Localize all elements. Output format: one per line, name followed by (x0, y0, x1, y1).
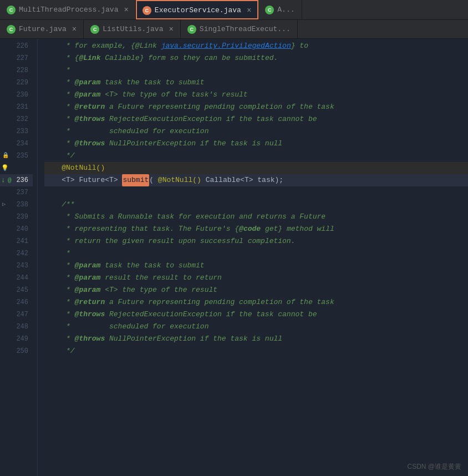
token-c-link: java.security.PrivilegedAction (161, 40, 291, 52)
tab-label-multithreadprocess: MultiThreadProcess.java (19, 6, 118, 14)
bulb-icon: 💡 (1, 162, 9, 174)
token-c-plain: <T> Future<T> (44, 174, 122, 186)
gutter-line-annot: 💡 (0, 162, 33, 174)
tab-a[interactable]: C A... (258, 0, 302, 19)
token-c-italic: <T> the type of the result (100, 284, 217, 296)
token-c-comment: * (44, 89, 75, 101)
tab-label-a: A... (277, 6, 294, 14)
code-line-240: * representing that task. The Future's {… (44, 223, 468, 235)
gutter-line-232: 232 (0, 113, 33, 125)
tab-future[interactable]: C Future.java × (0, 20, 84, 38)
code-line-243: * @param task the task to submit (44, 260, 468, 272)
gutter-line-233: 233 (0, 125, 33, 138)
token-c-comment: * for example, (44, 40, 131, 52)
token-c-italic: a Future representing pending completion… (105, 101, 334, 113)
gutter-line-236: ↓@236 (0, 174, 33, 186)
token-c-italic: task the task to submit (100, 260, 204, 272)
gutter-line-230: 230 (0, 89, 33, 101)
tab-icon-listutils: C (90, 25, 99, 34)
tab-singlethreadexecutor[interactable]: C SingleThreadExecut... (181, 20, 298, 38)
token-c-comment: * (44, 296, 75, 308)
token-c-italic: method will (282, 223, 334, 235)
token-c-italic: RejectedExecutionException if the task c… (105, 308, 317, 321)
token-c-bold-italic: @code (239, 223, 261, 235)
token-c-italic: get (261, 223, 278, 235)
token-c-comment: * (44, 247, 70, 260)
gutter-line-245: 245 (0, 284, 33, 296)
token-c-comment: * representing that task. The Future's (44, 223, 235, 235)
code-line-228: * (44, 64, 468, 77)
code-line-241: * return the given result upon successfu… (44, 235, 468, 247)
token-c-javadoc-inline-tag: { (235, 223, 239, 235)
token-c-bold-italic: @Link (79, 52, 100, 64)
token-c-italic: * return the given result upon successfu… (44, 235, 295, 247)
token-c-italic: * scheduled for execution (44, 125, 208, 138)
gutter-line-248: 248 (0, 321, 33, 333)
code-line-239: * Submits a Runnable task for execution … (44, 211, 468, 223)
arrow-down-icon: ↓ (1, 174, 6, 186)
code-line-244: * @param result the result to return (44, 272, 468, 284)
code-line-245: * @param <T> the type of the result (44, 284, 468, 296)
token-c-javadoc-tag: @return (75, 101, 105, 113)
line-gutter: 226227228229230231232233234🔒235💡↓@236237… (0, 39, 38, 476)
code-line-248: * scheduled for execution (44, 321, 468, 333)
token-c-comment (157, 40, 161, 52)
gutter-line-241: 241 (0, 235, 33, 247)
token-c-comment: * (44, 52, 75, 64)
token-c-javadoc-inline-tag: } (140, 52, 144, 64)
code-line-229: * @param task the task to submit (44, 77, 468, 89)
code-line-238: /** (44, 199, 468, 211)
token-c-comment: * (44, 64, 70, 77)
gutter-line-227: 227 (0, 52, 33, 64)
token-c-javadoc-tag: @throws (75, 308, 105, 321)
token-c-italic: a Future representing pending completion… (105, 296, 334, 308)
gutter-line-237: 237 (0, 186, 33, 199)
tab-label-listutils: ListUtils.java (103, 25, 163, 33)
close-tab-multithreadprocess[interactable]: × (124, 6, 128, 14)
token-c-comment: */ (44, 150, 75, 162)
token-c-javadoc-tag: @param (75, 272, 101, 284)
token-c-italic: NullPointerException if the task is null (105, 333, 282, 345)
close-tab-executorservice[interactable]: × (247, 6, 251, 15)
token-c-comment: * (44, 138, 75, 150)
gutter-line-240: 240 (0, 223, 33, 235)
code-area[interactable]: * for example, {@Link java.security.Priv… (38, 39, 468, 476)
code-line-247: * @throws RejectedExecutionException if … (44, 308, 468, 321)
code-line-232: * @throws RejectedExecutionException if … (44, 113, 468, 125)
tab-listutils[interactable]: C ListUtils.java × (84, 20, 181, 38)
close-tab-future[interactable]: × (72, 25, 77, 34)
token-c-javadoc-tag: @throws (75, 333, 105, 345)
tab-executorservice[interactable]: C ExecutorService.java × (136, 0, 258, 19)
gutter-line-243: 243 (0, 260, 33, 272)
token-c-italic: task the task to submit (100, 77, 204, 89)
token-c-javadoc-inline-tag: { (75, 52, 79, 64)
token-c-comment: * (44, 308, 75, 321)
tab-bar-second: C Future.java × C ListUtils.java × C Sin… (0, 20, 468, 39)
code-line-237 (44, 186, 468, 199)
token-c-comment: /** (44, 199, 75, 211)
editor-area: 226227228229230231232233234🔒235💡↓@236237… (0, 39, 468, 476)
token-c-javadoc-tag: @param (75, 89, 101, 101)
token-c-italic: * scheduled for execution (44, 321, 208, 333)
gutter-line-246: 246 (0, 296, 33, 308)
token-c-javadoc-tag: @return (75, 296, 105, 308)
editor-container: C MultiThreadProcess.java × C ExecutorSe… (0, 0, 468, 476)
gutter-line-238: ▷238 (0, 199, 33, 211)
code-line-230: * @param <T> the type of the task's resu… (44, 89, 468, 101)
token-c-comment: * (44, 260, 75, 272)
code-line-227: * {@Link Callable} form so they can be s… (44, 52, 468, 64)
gutter-line-229: 229 (0, 77, 33, 89)
code-line-annot: @NotNull() (44, 162, 468, 174)
token-c-javadoc-tag: @param (75, 77, 101, 89)
token-c-comment: * (44, 284, 75, 296)
tab-multithreadprocess[interactable]: C MultiThreadProcess.java × (0, 0, 136, 19)
token-c-javadoc-tag: @throws (75, 113, 105, 125)
tab-label-future: Future.java (19, 25, 67, 33)
gutter-line-242: 242 (0, 247, 33, 260)
close-tab-listutils[interactable]: × (169, 25, 173, 34)
gutter-line-250: 250 (0, 345, 33, 357)
code-line-242: * (44, 247, 468, 260)
gutter-line-226: 226 (0, 40, 33, 52)
token-c-plain: ( (149, 174, 158, 186)
token-c-annotation: @NotNull() (158, 174, 201, 186)
